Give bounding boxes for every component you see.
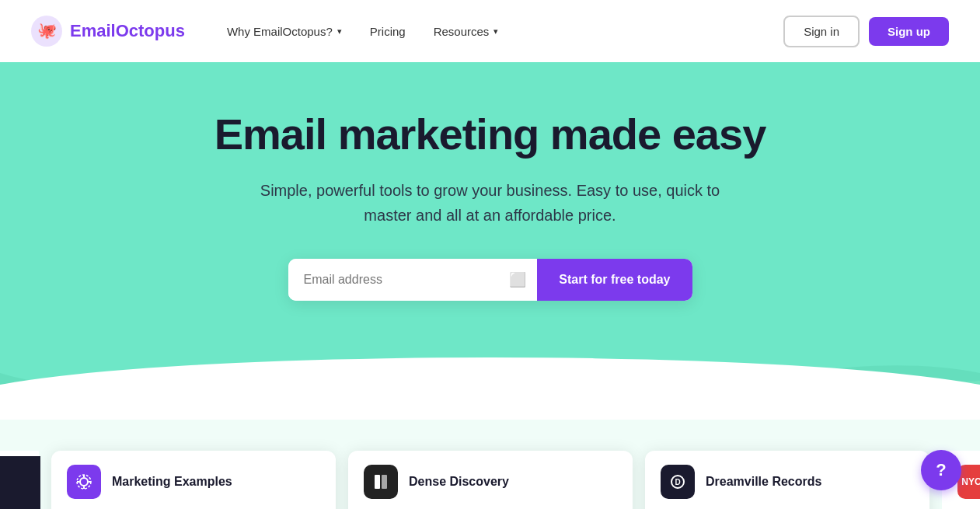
logo-icon: 🐙: [31, 16, 62, 47]
signin-button[interactable]: Sign in: [783, 16, 860, 47]
hero-headline: Email marketing made easy: [214, 109, 766, 159]
chevron-down-icon: ▾: [493, 26, 498, 37]
hero-section: Email marketing made easy Simple, powerf…: [0, 62, 980, 420]
nav-actions: Sign in Sign up: [783, 16, 949, 47]
nav-pricing[interactable]: Pricing: [359, 19, 417, 44]
signup-button[interactable]: Sign up: [869, 17, 949, 46]
nav-links: Why EmailOctopus? ▾ Pricing Resources ▾: [216, 19, 783, 44]
help-button[interactable]: ?: [921, 450, 961, 490]
svg-text:🐙: 🐙: [37, 21, 57, 40]
card-title: Dense Discovery: [409, 475, 509, 489]
svg-rect-8: [375, 475, 380, 489]
marketing-examples-icon: [67, 465, 101, 499]
svg-point-2: [80, 478, 88, 486]
bottom-strip: [0, 456, 40, 509]
hero-subtext: Simple, powerful tools to grow your busi…: [257, 178, 724, 228]
email-input[interactable]: [288, 259, 499, 301]
email-icon: ⬜: [498, 271, 537, 288]
card-title: Dreamville Records: [706, 475, 821, 489]
svg-text:D: D: [675, 478, 680, 486]
card-dense-discovery: Dense Discovery You're not a perfectioni…: [348, 451, 633, 509]
card-header: Marketing Examples: [51, 451, 336, 509]
card-dreamville: D Dreamville Records Dreamville NEWS ART…: [645, 451, 929, 509]
nav-resources[interactable]: Resources ▾: [423, 19, 510, 44]
svg-rect-9: [382, 475, 387, 489]
wave-decoration: [0, 326, 980, 420]
navbar: 🐙 EmailOctopus Why EmailOctopus? ▾ Prici…: [0, 0, 980, 62]
hero-form: ⬜ Start for free today: [288, 259, 692, 301]
card-header: D Dreamville Records: [645, 451, 929, 509]
cards-section: Marketing Examples 💡 #049 · My guide to …: [0, 420, 980, 509]
dense-discovery-icon: [364, 465, 398, 499]
logo-link[interactable]: 🐙 EmailOctopus: [31, 16, 185, 47]
logo-text: EmailOctopus: [70, 21, 185, 41]
nav-why[interactable]: Why EmailOctopus? ▾: [216, 19, 353, 44]
card-title: Marketing Examples: [112, 475, 232, 489]
cta-button[interactable]: Start for free today: [537, 259, 692, 301]
card-header: Dense Discovery: [348, 451, 633, 509]
card-marketing-examples: Marketing Examples 💡 #049 · My guide to …: [51, 451, 336, 509]
dreamville-icon: D: [661, 465, 695, 499]
chevron-down-icon: ▾: [337, 26, 342, 37]
